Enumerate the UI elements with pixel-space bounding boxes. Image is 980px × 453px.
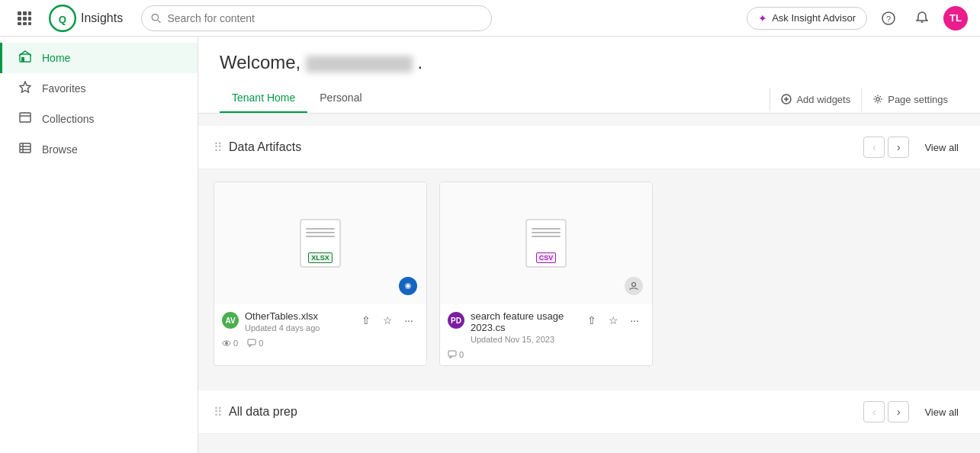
- data-artifacts-header: ⠿ Data Artifacts ‹ › View all: [198, 126, 980, 169]
- add-widgets-button[interactable]: Add widgets: [770, 88, 861, 111]
- card-actions-1: ⇧ ☆ ···: [356, 310, 419, 330]
- drag-handle-icon-2: ⠿: [214, 405, 223, 419]
- svg-marker-18: [20, 82, 31, 92]
- data-artifacts-nav: ‹ › View all: [863, 137, 965, 158]
- card-footer-1: 0 0: [214, 336, 426, 354]
- svg-rect-0: [18, 11, 21, 15]
- card-info-1: AV OtherTables.xlsx Updated 4 days ago ⇧…: [214, 304, 426, 336]
- card-more-button-1[interactable]: ···: [399, 310, 419, 330]
- svg-text:Q: Q: [59, 13, 66, 24]
- sidebar: Home Favorites Collections Browse: [0, 37, 198, 453]
- favorites-icon: [18, 81, 33, 96]
- main-content: Welcome, . Tenant Home Personal Add widg…: [198, 37, 980, 453]
- data-artifacts-title: Data Artifacts: [229, 140, 301, 154]
- all-data-prep-view-all[interactable]: View all: [918, 403, 965, 421]
- ask-advisor-button[interactable]: ✦ Ask Insight Advisor: [747, 7, 867, 30]
- svg-rect-35: [448, 351, 456, 356]
- app-name: Insights: [81, 11, 123, 25]
- sidebar-label-collections: Collections: [42, 113, 94, 125]
- svg-point-11: [152, 14, 158, 20]
- all-data-prep-section: ⠿ All data prep ‹ › View all: [198, 390, 980, 434]
- avatar[interactable]: TL: [943, 6, 968, 31]
- card-badge-blue: [399, 277, 417, 295]
- welcome-title: Welcome, .: [220, 52, 959, 73]
- tab-personal[interactable]: Personal: [307, 85, 374, 113]
- nav-prev-button[interactable]: ‹: [863, 137, 885, 158]
- sidebar-label-favorites: Favorites: [42, 82, 86, 95]
- card-upload-button-2[interactable]: ⇧: [582, 310, 602, 330]
- nav-next-button[interactable]: ›: [888, 137, 909, 158]
- tab-actions: Add widgets Page settings: [770, 88, 959, 111]
- svg-rect-7: [23, 22, 27, 25]
- card-footer-2: 0: [440, 347, 652, 365]
- username-blurred: [306, 56, 413, 72]
- card-info-2: PD search feature usage 2023.cs Updated …: [440, 304, 652, 347]
- svg-rect-19: [20, 113, 31, 122]
- card-name-2: search feature usage 2023.cs: [471, 310, 576, 333]
- card-badge-gray: [625, 277, 643, 295]
- sidebar-label-home: Home: [42, 52, 70, 64]
- svg-line-12: [158, 20, 161, 23]
- svg-rect-5: [28, 17, 31, 21]
- all-data-prep-header: ⠿ All data prep ‹ › View all: [198, 390, 980, 434]
- svg-text:?: ?: [886, 14, 891, 24]
- view-all-button[interactable]: View all: [918, 139, 965, 156]
- search-input[interactable]: [167, 12, 482, 24]
- sidebar-item-browse[interactable]: Browse: [0, 134, 198, 165]
- svg-rect-6: [18, 22, 21, 25]
- browse-icon: [18, 142, 33, 157]
- card-meta-2: search feature usage 2023.cs Updated Nov…: [471, 310, 576, 344]
- svg-rect-1: [23, 11, 27, 15]
- svg-rect-3: [18, 17, 21, 21]
- sidebar-item-home[interactable]: Home: [0, 43, 198, 73]
- card-meta-1: OtherTables.xlsx Updated 4 days ago: [245, 310, 350, 333]
- card-views-1: 0: [222, 339, 238, 348]
- notifications-button[interactable]: [910, 6, 934, 31]
- svg-point-34: [632, 283, 636, 287]
- add-widgets-label: Add widgets: [796, 94, 850, 105]
- drag-handle-icon: ⠿: [214, 140, 223, 155]
- data-artifacts-cards: XLSX AV OtherTables.xlsx Updated 4 days …: [198, 169, 980, 384]
- all-data-prep-nav: ‹ › View all: [863, 401, 965, 422]
- card-date-2: Updated Nov 15, 2023: [471, 335, 576, 344]
- all-data-prep-next[interactable]: ›: [888, 401, 909, 422]
- csv-file-icon: CSV: [525, 219, 567, 268]
- search-icon: [151, 13, 161, 24]
- card-star-button-1[interactable]: ☆: [378, 310, 397, 330]
- svg-rect-21: [20, 143, 31, 153]
- page-settings-button[interactable]: Page settings: [861, 88, 959, 111]
- file-type-csv: CSV: [536, 252, 557, 263]
- tabs-row: Tenant Home Personal Add widgets Page se…: [220, 85, 959, 113]
- collections-icon: [18, 111, 33, 127]
- logo[interactable]: Q Insights: [49, 5, 123, 32]
- help-button[interactable]: ?: [876, 6, 901, 31]
- card-search-feature: CSV PD search feature usage 2023.cs Upda…: [439, 182, 653, 366]
- card-comments-1: 0: [247, 339, 263, 348]
- data-artifacts-section: ⠿ Data Artifacts ‹ › View all: [198, 126, 980, 384]
- search-bar[interactable]: [141, 5, 492, 31]
- card-upload-button-1[interactable]: ⇧: [356, 310, 376, 330]
- card-comments-2: 0: [448, 350, 464, 359]
- card-more-button-2[interactable]: ···: [625, 310, 644, 330]
- sidebar-item-favorites[interactable]: Favorites: [0, 73, 198, 104]
- card-preview-2: CSV: [440, 182, 652, 304]
- all-data-prep-prev[interactable]: ‹: [863, 401, 885, 422]
- body-layout: Home Favorites Collections Browse Welcom…: [0, 37, 980, 453]
- grid-menu-icon[interactable]: [12, 6, 37, 31]
- all-data-prep-title: All data prep: [229, 405, 297, 419]
- xlsx-file-icon: XLSX: [300, 219, 341, 268]
- welcome-prefix: Welcome,: [220, 52, 300, 72]
- svg-point-28: [876, 98, 879, 101]
- tab-tenant-home[interactable]: Tenant Home: [220, 85, 307, 113]
- svg-rect-33: [248, 339, 255, 345]
- card-star-button-2[interactable]: ☆: [603, 310, 623, 330]
- page-settings-label: Page settings: [888, 94, 948, 105]
- svg-rect-17: [21, 57, 24, 62]
- svg-point-30: [406, 284, 410, 288]
- file-type-xlsx: XLSX: [308, 252, 333, 263]
- plus-circle-icon: [781, 94, 792, 104]
- welcome-suffix: .: [418, 52, 423, 72]
- card-name-1: OtherTables.xlsx: [245, 310, 350, 322]
- sidebar-item-collections[interactable]: Collections: [0, 104, 198, 134]
- card-preview-1: XLSX: [214, 182, 426, 304]
